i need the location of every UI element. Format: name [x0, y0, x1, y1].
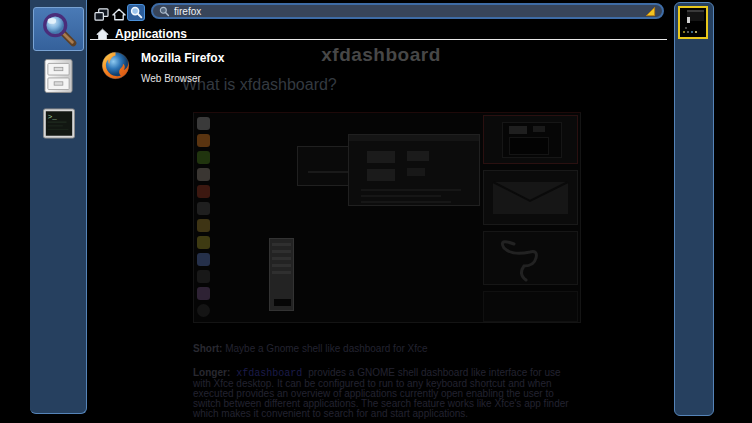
firefox-icon	[99, 49, 132, 82]
search-box	[151, 3, 664, 19]
bg-longer-paragraph: Longer: xfdashboard provides a GNOME she…	[193, 368, 575, 419]
bg-screenshot-image	[193, 112, 581, 323]
workspace-thumbnail[interactable]	[678, 6, 708, 39]
bg-menu-popup	[269, 238, 294, 311]
bg-thumb-panel-4	[483, 291, 578, 322]
workspace-panel	[674, 2, 714, 416]
terminal-icon: >_	[43, 108, 75, 139]
search-field-icon	[159, 6, 170, 17]
bg-short-paragraph: Short: Maybe a Gnome shell like dashboar…	[193, 344, 575, 354]
result-text: Mozilla Firefox Web Browser	[141, 49, 224, 85]
bg-short-label: Short:	[193, 343, 222, 354]
quicklaunch-sidebar: >_	[30, 0, 87, 414]
bg-longer-label: Longer:	[193, 367, 230, 378]
search-view-icon	[130, 6, 143, 19]
result-subtitle: Web Browser	[141, 65, 224, 84]
applications-view-button[interactable]	[111, 8, 127, 21]
results-section-divider	[90, 39, 667, 40]
file-manager-icon	[44, 58, 73, 94]
windows-view-icon	[94, 8, 109, 21]
bg-thumb-panel-1	[483, 115, 578, 164]
search-secondary-icon[interactable]	[645, 6, 656, 17]
bg-dialog-window	[348, 134, 480, 206]
bg-screenshot-iconstrip	[197, 117, 214, 321]
windows-view-button[interactable]	[93, 8, 109, 21]
sidebar-item-terminal[interactable]: >_	[43, 108, 75, 139]
applications-view-icon	[112, 8, 126, 21]
search-result-firefox[interactable]: Mozilla Firefox Web Browser	[99, 49, 399, 85]
result-title: Mozilla Firefox	[141, 49, 224, 65]
sidebar-item-file-manager[interactable]	[44, 58, 73, 94]
svg-text:>_: >_	[48, 113, 58, 121]
sidebar-item-search[interactable]	[33, 7, 84, 51]
search-input[interactable]	[170, 6, 645, 17]
search-view-button[interactable]	[127, 4, 145, 21]
bg-thumb-panel-envelope	[483, 170, 578, 225]
bg-thumb-panel-squiggle	[483, 231, 578, 285]
xfdashboard-overlay: xfdashboard What is xfdashboard?	[0, 0, 752, 423]
search-icon	[40, 10, 78, 48]
